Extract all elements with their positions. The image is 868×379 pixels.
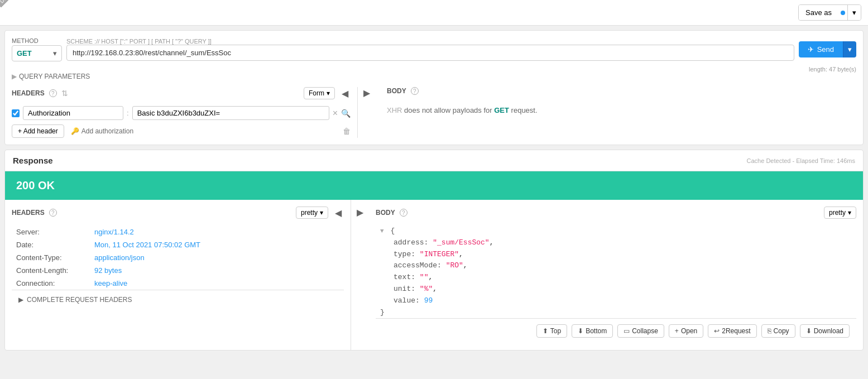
to-request-button[interactable]: ↩ 2Request — [708, 324, 756, 338]
url-input[interactable] — [66, 45, 794, 61]
headers-body-row: HEADERS ? ⇅ Form ▾ ◀ : × 🔍 + Add header — [12, 87, 856, 138]
add-header-button[interactable]: + Add header — [12, 124, 64, 138]
json-root-open: ▼ { — [380, 226, 852, 237]
authorization-key-input[interactable] — [23, 106, 123, 120]
response-panels: HEADERS ? pretty ▾ ◀ Server: nginx/1.14.… — [5, 200, 863, 350]
server-key: Server: — [12, 226, 90, 238]
download-button[interactable]: ⬇ Download — [800, 324, 850, 338]
save-as-main-button[interactable]: Save as — [799, 5, 838, 20]
content-type-key: Content-Type: — [12, 251, 90, 264]
resp-body-pretty-label: pretty — [829, 209, 846, 217]
bottom-button[interactable]: ⬇ Bottom — [572, 324, 613, 338]
resp-body-pretty-button[interactable]: pretty ▾ — [824, 207, 856, 219]
authorization-val-input[interactable] — [132, 106, 329, 120]
response-title: Response — [13, 156, 53, 165]
top-button[interactable]: ⬆ Top — [536, 324, 567, 338]
status-bar: 200 OK — [5, 171, 863, 200]
header-separator: : — [127, 109, 129, 117]
resp-headers-pretty-button[interactable]: pretty ▾ — [296, 207, 328, 219]
status-text: OK — [38, 179, 55, 191]
content-length-key: Content-Length: — [12, 264, 90, 277]
headers-panel-header: HEADERS ? ⇅ Form ▾ ◀ — [12, 87, 351, 99]
resp-panel-divider: ▶ — [351, 200, 369, 350]
json-type-line: type: "INTEGER", — [394, 249, 852, 261]
add-buttons-row: + Add header 🔑 Add authorization 🗑 — [12, 124, 351, 138]
connection-val: keep-alive — [90, 277, 344, 290]
copy-icon: ⎘ — [768, 327, 771, 335]
form-dropdown-icon: ▾ — [327, 89, 330, 97]
method-value: GET — [17, 49, 51, 57]
url-input-wrap: SCHEME :// HOST [":" PORT ] [ PATH [ "?"… — [66, 38, 794, 61]
resp-headers-info-icon[interactable]: ? — [49, 209, 57, 217]
complete-req-row[interactable]: ▶ COMPLETE REQUEST HEADERS — [12, 290, 344, 309]
get-method-text: GET — [494, 106, 509, 114]
body-title: BODY — [387, 87, 406, 95]
content-type-row: Content-Type: application/json — [12, 251, 344, 264]
query-params-label: QUERY PARAMETERS — [19, 73, 90, 80]
response-body-toolbar: ⬆ Top ⬇ Bottom ▭ Collapse + Open ↩ 2Re — [376, 318, 856, 343]
json-value-line: value: 99 — [394, 295, 852, 307]
expand-body-arrow[interactable]: ▶ — [361, 87, 372, 98]
send-button-group: ✈ Send ▾ — [799, 41, 856, 57]
content-length-val: 92 bytes — [90, 264, 344, 277]
json-type-val: "INTEGER" — [420, 250, 459, 258]
authorization-search-button[interactable]: 🔍 — [341, 109, 351, 118]
response-headers-table: Server: nginx/1.14.2 Date: Mon, 11 Oct 2… — [12, 226, 344, 290]
authorization-clear-button[interactable]: × — [333, 108, 338, 118]
send-dropdown-button[interactable]: ▾ — [843, 41, 856, 57]
resp-headers-collapse-left[interactable]: ◀ — [333, 207, 344, 218]
json-access-key: accessMode: — [394, 261, 442, 270]
body-note-text: does not allow payloads for — [404, 106, 494, 114]
save-as-button-group[interactable]: Save as ▾ — [798, 4, 861, 21]
send-label: Send — [817, 45, 834, 54]
collapse-button[interactable]: ▭ Collapse — [617, 324, 664, 338]
headers-info-icon[interactable]: ? — [49, 89, 57, 97]
resp-body-header: BODY ? pretty ▾ — [376, 207, 856, 219]
download-icon: ⬇ — [806, 327, 812, 335]
json-viewer: ▼ { address: "_sum/EssSoc", type: "INTEG… — [376, 226, 856, 318]
headers-sort-icon[interactable]: ⇅ — [61, 89, 68, 98]
body-note: XHR does not allow payloads for GET requ… — [387, 106, 856, 114]
send-button[interactable]: ✈ Send — [799, 41, 843, 57]
json-body: address: "_sum/EssSoc", type: "INTEGER",… — [380, 237, 852, 307]
url-scheme-label: SCHEME :// HOST [":" PORT ] [ PATH [ "?"… — [66, 38, 794, 45]
content-type-val: application/json — [90, 251, 344, 264]
bottom-label: Bottom — [586, 327, 607, 335]
resp-expand-body-arrow[interactable]: ▶ — [354, 207, 366, 218]
body-note-suffix: request. — [511, 106, 538, 114]
save-as-dropdown-button[interactable]: ▾ — [847, 5, 861, 20]
json-collapse-btn[interactable]: ▼ — [380, 228, 384, 234]
collapse-label: Collapse — [632, 327, 658, 335]
xhr-text: XHR — [387, 106, 402, 114]
json-address-line: address: "_sum/EssSoc", — [394, 237, 852, 249]
headers-collapse-left[interactable]: ◀ — [339, 88, 351, 99]
authorization-checkbox[interactable] — [12, 109, 20, 117]
add-auth-label: Add authorization — [81, 127, 133, 135]
to-request-label: 2Request — [722, 327, 750, 335]
json-unit-line: unit: "%", — [394, 284, 852, 295]
query-params-row[interactable]: ▶ QUERY PARAMETERS — [12, 73, 856, 80]
json-value-val: 99 — [424, 296, 433, 305]
server-val: nginx/1.14.2 — [90, 226, 344, 238]
add-authorization-button[interactable]: 🔑 Add authorization — [71, 127, 133, 135]
method-group: METHOD GET ▾ — [12, 37, 62, 61]
copy-button[interactable]: ⎘ Copy — [761, 324, 795, 338]
method-dropdown-arrow: ▾ — [53, 49, 57, 57]
resp-headers-header: HEADERS ? pretty ▾ ◀ — [12, 207, 344, 219]
json-access-line: accessMode: "RO", — [394, 260, 852, 272]
date-key: Date: — [12, 238, 90, 251]
form-label: Form — [309, 89, 324, 97]
headers-panel: HEADERS ? ⇅ Form ▾ ◀ : × 🔍 + Add header — [12, 87, 358, 138]
open-label: Open — [681, 327, 697, 335]
resp-body-info-icon[interactable]: ? — [400, 209, 407, 217]
resp-headers-title: HEADERS — [12, 209, 45, 217]
delete-icon[interactable]: 🗑 — [343, 127, 351, 136]
add-auth-icon: 🔑 — [71, 127, 79, 135]
method-select[interactable]: GET ▾ — [12, 45, 62, 61]
download-label: Download — [814, 327, 843, 335]
form-button[interactable]: Form ▾ — [304, 87, 335, 99]
body-info-icon[interactable]: ? — [411, 87, 419, 95]
json-close-brace: } — [380, 308, 385, 316]
json-unit-key: unit: — [394, 285, 415, 293]
open-button[interactable]: + Open — [669, 324, 703, 338]
